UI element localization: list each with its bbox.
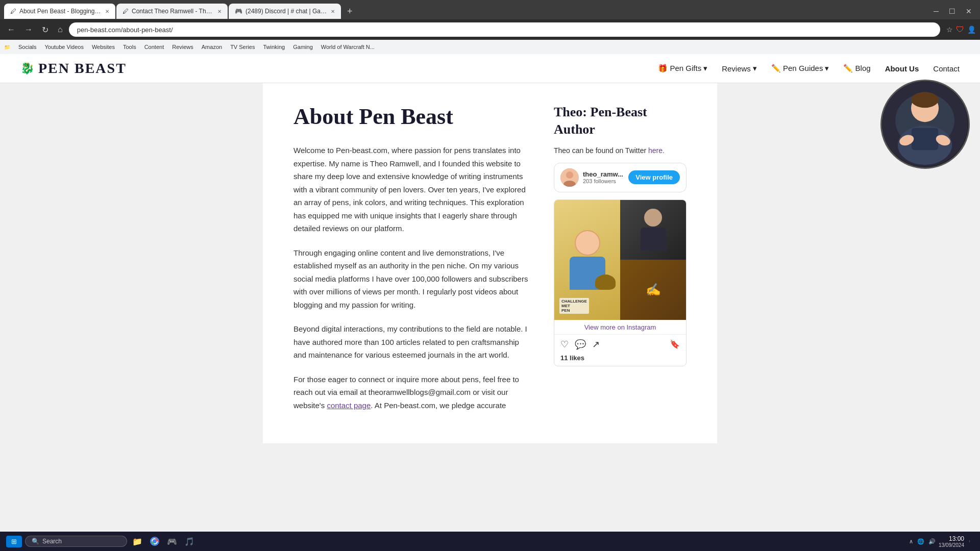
bookmark-wow[interactable]: World of Warcraft N...	[319, 43, 377, 51]
left-column: About Pen Beast Welcome to Pen-beast.com…	[293, 104, 528, 423]
maximize-button[interactable]: ☐	[945, 6, 960, 16]
instagram-heart-icon[interactable]: ♡	[560, 339, 569, 350]
paragraph-1: Welcome to Pen-beast.com, where passion …	[293, 144, 528, 235]
twitter-handle: theo_ramw...	[583, 170, 623, 178]
dog-shape	[595, 274, 616, 290]
dark-image-person	[641, 209, 666, 251]
system-tray-icons: ∧ 🌐 🔊	[909, 538, 936, 545]
dark-person-head	[644, 209, 662, 227]
instagram-share-icon[interactable]: ↗	[592, 339, 600, 350]
nav-blog[interactable]: ✏️ Blog	[843, 64, 870, 73]
tabs-row: 🖊 About Pen Beast - Blogging a... ✕ 🖊 Co…	[0, 4, 929, 19]
instagram-image-right-bottom: ✍️	[620, 260, 686, 320]
bookmark-youtube[interactable]: Youtube Videos	[42, 43, 85, 51]
contact-page-link[interactable]: contact page	[327, 401, 371, 410]
tray-sound[interactable]: 🔊	[928, 538, 936, 545]
reviews-chevron: ▾	[753, 64, 757, 73]
twitter-text-prefix: Theo can be found on Twitter	[554, 146, 648, 155]
bookmark-socials[interactable]: Socials	[16, 43, 38, 51]
bookmarks-folder-icon: 📁	[4, 44, 10, 50]
reload-button[interactable]: ↻	[39, 23, 52, 37]
pen-guides-label: ✏️ Pen Guides	[771, 64, 823, 73]
tray-arrow[interactable]: ∧	[909, 538, 913, 545]
content-container: About Pen Beast Welcome to Pen-beast.com…	[263, 83, 717, 443]
site-logo-text: PEN BEAST	[38, 60, 127, 77]
paragraph-3: Beyond digital interactions, my contribu…	[293, 322, 528, 362]
nav-about-us[interactable]: About Us	[885, 64, 919, 73]
tab-2[interactable]: 🖊 Contact Theo Ramwell - Theo ... ✕	[116, 4, 228, 19]
instagram-image-left: CHALLENGEMETPEN	[554, 200, 620, 320]
contact-label: Contact	[933, 64, 960, 73]
tab-1[interactable]: 🖊 About Pen Beast - Blogging a... ✕	[4, 4, 115, 19]
tab-1-close[interactable]: ✕	[105, 9, 109, 14]
twitter-avatar	[560, 168, 579, 187]
instagram-bookmark-icon[interactable]: 🔖	[670, 339, 680, 349]
pen-emoji: ✍️	[646, 283, 661, 297]
site-nav: 🎁 Pen Gifts ▾ Reviews ▾ ✏️ Pen Guides ▾ …	[658, 64, 960, 73]
windows-start-button[interactable]: ⊞	[6, 536, 22, 547]
star-icon[interactable]: ☆	[946, 26, 953, 34]
profile-icon[interactable]: 👤	[967, 26, 976, 34]
page-title: About Pen Beast	[293, 104, 528, 130]
bookmarks-bar: 📁 Socials Youtube Videos Websites Tools …	[0, 40, 980, 54]
tab-3-favicon: 🎮	[235, 8, 242, 15]
tab-bar: 🖊 About Pen Beast - Blogging a... ✕ 🖊 Co…	[0, 0, 980, 19]
person-image	[570, 230, 605, 290]
video-person-svg	[882, 80, 968, 169]
instagram-view-more-link[interactable]: View more on Instagram	[554, 320, 686, 334]
tray-network[interactable]: 🌐	[917, 538, 924, 545]
taskbar-spotify[interactable]: 🎵	[182, 534, 197, 548]
site-logo[interactable]: 🐉 PEN BEAST	[20, 60, 127, 77]
paragraph-4: For those eager to connect or inquire mo…	[293, 373, 528, 412]
bookmark-amazon[interactable]: Amazon	[200, 43, 224, 51]
twitter-info: theo_ramw... 203 followers	[583, 170, 623, 184]
nav-contact[interactable]: Contact	[933, 64, 960, 73]
twitter-user-info: theo_ramw... 203 followers	[560, 168, 623, 187]
instagram-embed: CHALLENGEMETPEN ✍️	[554, 199, 687, 366]
taskbar-discord[interactable]: 🎮	[165, 534, 179, 548]
bookmark-content[interactable]: Content	[142, 43, 166, 51]
nav-pen-guides[interactable]: ✏️ Pen Guides ▾	[771, 64, 829, 73]
nav-reviews[interactable]: Reviews ▾	[722, 64, 757, 73]
forward-button[interactable]: →	[21, 23, 36, 36]
tab-3-close[interactable]: ✕	[331, 9, 335, 14]
address-input[interactable]	[69, 22, 940, 37]
back-button[interactable]: ←	[4, 23, 18, 36]
instagram-likes-count: 11 likes	[554, 354, 686, 366]
shield-icon[interactable]: 🛡	[956, 25, 964, 34]
bookmark-twinking[interactable]: Twinking	[261, 43, 287, 51]
bookmark-reviews[interactable]: Reviews	[170, 43, 195, 51]
view-profile-button[interactable]: View profile	[628, 170, 680, 184]
bookmark-tools[interactable]: Tools	[121, 43, 138, 51]
challenge-text: CHALLENGEMETPEN	[559, 298, 589, 314]
reviews-label: Reviews	[722, 64, 751, 73]
nav-pen-gifts[interactable]: 🎁 Pen Gifts ▾	[658, 64, 707, 73]
tab-3[interactable]: 🎮 (2489) Discord | # chat | Gam... ✕	[229, 4, 341, 19]
close-button[interactable]: ✕	[962, 6, 976, 16]
new-tab-button[interactable]: +	[344, 6, 356, 17]
bookmark-tv-series[interactable]: TV Series	[228, 43, 257, 51]
taskbar-system-tray: ∧ 🌐 🔊 13:00 13/09/2024	[909, 535, 974, 548]
minimize-button[interactable]: ─	[929, 6, 943, 16]
bookmark-gaming[interactable]: Gaming	[291, 43, 315, 51]
blog-label: ✏️ Blog	[843, 64, 870, 73]
bookmark-websites[interactable]: Websites	[90, 43, 117, 51]
clock[interactable]: 13:00 13/09/2024	[939, 535, 964, 548]
clock-date: 13/09/2024	[939, 542, 964, 548]
taskbar: ⊞ 🔍 Search 📁 🎮 🎵 ∧ 🌐 🔊 13:00 13/09/2024	[0, 532, 980, 551]
tab-2-close[interactable]: ✕	[217, 9, 222, 14]
show-desktop-button[interactable]	[969, 540, 974, 542]
home-button[interactable]: ⌂	[55, 23, 66, 36]
logo-dragon-icon: 🐉	[20, 62, 34, 75]
twitter-text: Theo can be found on Twitter here.	[554, 146, 687, 155]
instagram-comment-icon[interactable]: 💬	[575, 339, 586, 350]
taskbar-chrome[interactable]	[148, 534, 162, 548]
tab-1-favicon: 🖊	[10, 8, 16, 15]
tab-1-label: About Pen Beast - Blogging a...	[19, 8, 101, 15]
pen-guides-chevron: ▾	[825, 64, 829, 73]
twitter-here-link[interactable]: here.	[648, 146, 665, 155]
svg-point-6	[911, 92, 939, 108]
twitter-followers: 203 followers	[583, 178, 623, 184]
taskbar-search[interactable]: 🔍 Search	[25, 536, 127, 547]
taskbar-file-explorer[interactable]: 📁	[130, 534, 144, 548]
